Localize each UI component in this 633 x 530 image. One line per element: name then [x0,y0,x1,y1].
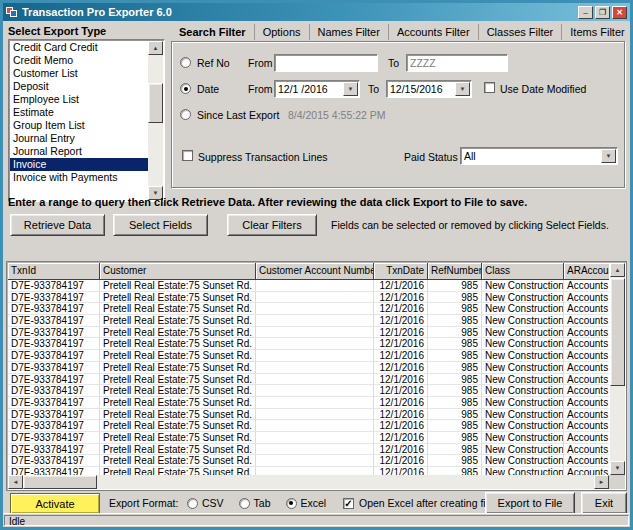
table-row[interactable]: D7E-933784197Pretell Real Estate:75 Suns… [8,350,609,362]
since-last-export-radio[interactable] [180,109,191,120]
table-row[interactable]: D7E-933784197Pretell Real Estate:75 Suns… [8,374,609,386]
grid-vertical-scrollbar[interactable]: ▲ ▼ [610,263,625,475]
cell-txndate: 12/1/2016 [374,303,428,315]
scroll-up-icon[interactable]: ▲ [610,263,625,277]
date-from-combobox[interactable]: 12/1 /2016 ▼ [274,80,360,98]
table-row[interactable]: D7E-933784197Pretell Real Estate:75 Suns… [8,444,609,456]
column-header-txndate[interactable]: TxnDate [374,263,428,280]
table-row[interactable]: D7E-933784197Pretell Real Estate:75 Suns… [8,327,609,339]
table-row[interactable]: D7E-933784197Pretell Real Estate:75 Suns… [8,420,609,432]
activate-button[interactable]: Activate [10,493,100,514]
format-radio-csv[interactable] [187,498,198,509]
table-row[interactable]: D7E-933784197Pretell Real Estate:75 Suns… [8,467,609,475]
grid-header: TxnIdCustomerCustomer Account NumberTxnD… [8,263,609,280]
table-row[interactable]: D7E-933784197Pretell Real Estate:75 Suns… [8,362,609,374]
minimize-icon[interactable]: – [578,6,593,19]
tab-options[interactable]: Options [254,24,309,40]
table-row[interactable]: D7E-933784197Pretell Real Estate:75 Suns… [8,338,609,350]
cell-txnid: D7E-933784197 [8,467,100,475]
export-type-list: Credit Card CreditCredit MemoCustomer Li… [10,41,148,200]
format-option-tab[interactable]: Tab [239,497,271,509]
cell-araccount: Accounts R [564,303,609,315]
column-header-class[interactable]: Class [482,263,564,280]
grid-hscroll-thumb[interactable] [23,475,97,489]
tab-search-filter[interactable]: Search Filter [171,24,254,40]
list-item-employee-list[interactable]: Employee List [10,93,148,106]
table-row[interactable]: D7E-933784197Pretell Real Estate:75 Suns… [8,280,609,292]
open-excel-checkbox[interactable]: ✓ [343,498,354,509]
date-to-combobox[interactable]: 12/15/2016 ▼ [386,80,472,98]
tab-classes-filter[interactable]: Classes Filter [478,24,562,40]
list-item-journal-report[interactable]: Journal Report [10,145,148,158]
scroll-right-icon[interactable]: ► [594,475,609,489]
list-scrollbar[interactable]: ▲ ▼ [148,41,163,200]
table-row[interactable]: D7E-933784197Pretell Real Estate:75 Suns… [8,303,609,315]
refno-radio[interactable] [180,57,191,68]
format-option-excel[interactable]: Excel [286,497,327,509]
scroll-down-icon[interactable]: ▼ [610,461,625,475]
table-row[interactable]: D7E-933784197Pretell Real Estate:75 Suns… [8,409,609,421]
format-option-csv[interactable]: CSV [187,497,224,509]
fields-hint-text: Fields can be selected or removed by cli… [331,219,609,231]
exit-button[interactable]: Exit [581,492,627,514]
refno-from-input[interactable] [274,54,378,72]
format-radio-tab[interactable] [239,498,250,509]
column-header-customer[interactable]: Customer [100,263,256,280]
tab-items-filter[interactable]: Items Filter [561,24,632,40]
title-bar[interactable]: Transaction Pro Exporter 6.0 – ❐ ✕ [3,3,630,21]
column-header-txnid[interactable]: TxnId [8,263,100,280]
table-row[interactable]: D7E-933784197Pretell Real Estate:75 Suns… [8,292,609,304]
chevron-down-icon[interactable]: ▼ [343,82,358,96]
table-row[interactable]: D7E-933784197Pretell Real Estate:75 Suns… [8,455,609,467]
scroll-left-icon[interactable]: ◄ [8,475,23,489]
retrieve-data-button[interactable]: Retrieve Data [10,214,105,236]
cell-customer: Pretell Real Estate:75 Sunset Rd. [100,292,256,304]
cell-class: New Construction [482,397,564,409]
table-row[interactable]: D7E-933784197Pretell Real Estate:75 Suns… [8,397,609,409]
cell-araccount: Accounts R [564,350,609,362]
table-row[interactable]: D7E-933784197Pretell Real Estate:75 Suns… [8,315,609,327]
list-item-deposit[interactable]: Deposit [10,80,148,93]
table-row[interactable]: D7E-933784197Pretell Real Estate:75 Suns… [8,432,609,444]
column-header-customer-account-number[interactable]: Customer Account Number [256,263,374,280]
use-date-modified-checkbox[interactable] [484,82,495,93]
chevron-down-icon[interactable]: ▼ [601,149,616,163]
column-header-araccount[interactable]: ARAccount [564,263,609,280]
list-item-credit-card-credit[interactable]: Credit Card Credit [10,41,148,54]
select-fields-button[interactable]: Select Fields [113,214,208,236]
cell-txnid: D7E-933784197 [8,397,100,409]
list-item-group-item-list[interactable]: Group Item List [10,119,148,132]
list-scroll-thumb[interactable] [148,83,163,123]
cell-txndate: 12/1/2016 [374,409,428,421]
cell-txnid: D7E-933784197 [8,385,100,397]
scroll-up-icon[interactable]: ▲ [148,41,163,55]
tab-names-filter[interactable]: Names Filter [309,24,388,40]
list-item-credit-memo[interactable]: Credit Memo [10,54,148,67]
clear-filters-button[interactable]: Clear Filters [227,214,317,236]
list-item-journal-entry[interactable]: Journal Entry [10,132,148,145]
list-item-invoice-with-payments[interactable]: Invoice with Payments [10,171,148,184]
list-item-customer-list[interactable]: Customer List [10,67,148,80]
column-header-refnumber[interactable]: RefNumber [428,263,482,280]
paid-status-combobox[interactable]: All ▼ [460,147,618,165]
date-radio[interactable] [180,83,191,94]
export-to-file-button[interactable]: Export to File [485,492,575,514]
cell-txndate: 12/1/2016 [374,455,428,467]
cell-class: New Construction [482,467,564,475]
tab-accounts-filter[interactable]: Accounts Filter [388,24,478,40]
cell-txndate: 12/1/2016 [374,467,428,475]
refno-to-input[interactable] [406,54,508,72]
cell-customer: Pretell Real Estate:75 Sunset Rd. [100,338,256,350]
grid-horizontal-scrollbar[interactable]: ◄ ► [8,475,609,489]
cell-txnid: D7E-933784197 [8,280,100,292]
close-icon[interactable]: ✕ [612,6,627,19]
grid-vscroll-thumb[interactable] [610,278,625,386]
maximize-icon[interactable]: ❐ [595,6,610,19]
cell-customer-account-number [256,292,374,304]
chevron-down-icon[interactable]: ▼ [455,82,470,96]
table-row[interactable]: D7E-933784197Pretell Real Estate:75 Suns… [8,385,609,397]
list-item-estimate[interactable]: Estimate [10,106,148,119]
suppress-transaction-lines-checkbox[interactable] [182,150,193,161]
list-item-invoice[interactable]: Invoice [10,158,148,171]
format-radio-excel[interactable] [286,498,297,509]
